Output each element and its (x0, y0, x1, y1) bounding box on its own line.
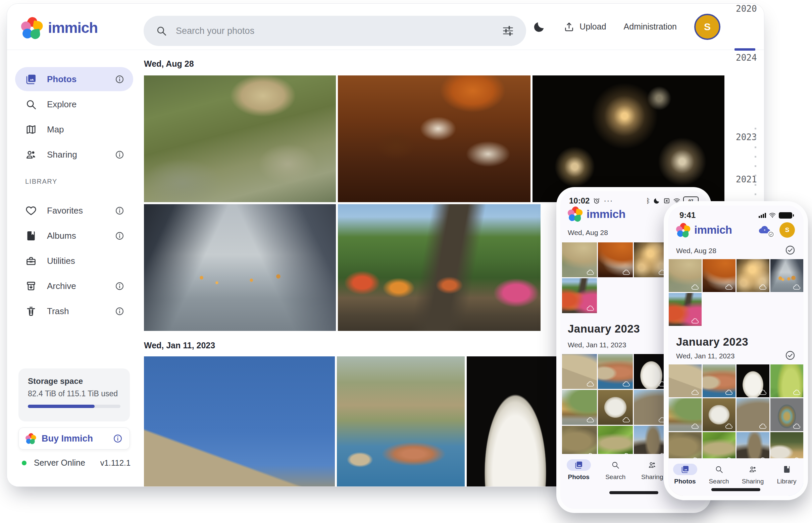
photo-thumbnail[interactable] (598, 354, 633, 389)
immich-logo: immich (676, 223, 732, 237)
info-icon[interactable] (115, 231, 124, 241)
photo-thumbnail[interactable] (144, 204, 336, 331)
nav-icon (715, 465, 723, 474)
immich-flower-icon (568, 206, 583, 221)
sidebar-item-icon (25, 149, 37, 161)
photo-thumbnail[interactable] (771, 364, 803, 397)
photo-thumbnail[interactable] (771, 259, 803, 292)
info-icon[interactable] (115, 281, 124, 291)
photo-thumbnail[interactable] (703, 259, 736, 292)
info-icon[interactable] (115, 206, 124, 216)
cloud-backup-icon (759, 423, 767, 429)
search-bar[interactable] (144, 16, 526, 46)
sidebar-item-label: Map (47, 124, 124, 135)
sidebar-item[interactable]: Favorites (15, 198, 133, 222)
brand-wordmark: immich (587, 208, 625, 221)
photo-thumbnail[interactable] (598, 390, 633, 425)
bottom-nav-item[interactable]: Search (597, 459, 634, 481)
photo-thumbnail[interactable] (144, 75, 336, 202)
dark-mode-toggle-icon[interactable] (533, 20, 546, 34)
nav-icon (611, 461, 620, 469)
photo-thumbnail[interactable] (669, 293, 702, 326)
sidebar-item-icon (25, 305, 37, 317)
sidebar-item-icon (25, 205, 37, 217)
sidebar-item[interactable]: Trash (15, 299, 133, 323)
user-avatar[interactable]: S (779, 222, 795, 238)
server-version: v1.112.1 (100, 458, 131, 468)
photo-thumbnail[interactable] (562, 354, 597, 389)
photo-thumbnail[interactable] (338, 75, 531, 202)
sidebar-item[interactable]: Explore (15, 92, 133, 116)
nav-icon (748, 465, 757, 474)
status-time: 9:41 (679, 211, 695, 220)
sidebar-item[interactable]: Photos (15, 67, 133, 91)
info-icon[interactable] (113, 433, 123, 444)
scrubber-handle[interactable] (735, 48, 755, 51)
server-online-dot (22, 461, 27, 465)
photo-thumbnail[interactable] (338, 204, 540, 331)
bottom-nav-item[interactable]: Sharing (736, 464, 770, 485)
sidebar-item[interactable]: Utilities (15, 249, 133, 273)
photo-thumbnail[interactable] (669, 259, 702, 292)
photo-thumbnail[interactable] (467, 356, 564, 487)
photo-thumbnail[interactable] (703, 364, 736, 397)
photo-thumbnail[interactable] (737, 364, 770, 397)
home-indicator[interactable] (609, 491, 658, 494)
sidebar-item[interactable]: Archive (15, 274, 133, 298)
battery-icon (779, 212, 792, 219)
user-avatar[interactable]: S (694, 14, 720, 40)
photo-thumbnail[interactable] (669, 364, 702, 397)
administration-link[interactable]: Administration (624, 22, 677, 32)
server-status-label: Server Online (34, 458, 93, 468)
info-icon[interactable] (115, 74, 124, 84)
status-bar: 9:41 (668, 210, 804, 220)
select-all-check-icon[interactable] (785, 350, 796, 361)
nav-label: Photos (568, 473, 589, 481)
nav-pill (707, 464, 731, 475)
photo-thumbnail[interactable] (737, 398, 770, 431)
photo-thumbnail[interactable] (337, 356, 465, 487)
immich-logo[interactable]: immich (21, 17, 98, 39)
photo-thumbnail[interactable] (562, 278, 597, 313)
info-icon[interactable] (115, 306, 124, 316)
bottom-nav-item[interactable]: Search (702, 464, 736, 485)
sidebar-item[interactable]: Albums (15, 223, 133, 248)
nav-label: Sharing (641, 473, 663, 481)
immich-flower-icon (25, 433, 36, 444)
overflow-dots: ··· (604, 196, 613, 205)
nav-icon (681, 465, 690, 474)
photo-thumbnail[interactable] (669, 398, 702, 431)
photo-thumbnail[interactable] (562, 242, 597, 277)
bottom-nav-item[interactable]: Photos (668, 464, 702, 485)
sidebar-item[interactable]: Map (15, 118, 133, 142)
date-group-header: Wed, Aug 28 (568, 229, 608, 237)
home-indicator[interactable] (711, 488, 760, 491)
cloud-backup-icon (622, 381, 630, 387)
bottom-nav-item[interactable]: Photos (560, 459, 597, 481)
photo-thumbnail[interactable] (737, 259, 770, 292)
select-all-check-icon[interactable] (785, 245, 796, 255)
storage-title: Storage space (28, 377, 83, 386)
sidebar-item-icon (25, 280, 37, 292)
cloud-backup-icon (793, 284, 801, 290)
buy-immich-button[interactable]: Buy Immich (18, 428, 130, 450)
search-input[interactable] (175, 25, 494, 37)
cloud-backup-icon (622, 417, 630, 423)
backup-sync-icon[interactable] (757, 223, 772, 237)
photo-thumbnail[interactable] (144, 356, 335, 487)
photo-thumbnail[interactable] (598, 242, 633, 277)
photo-thumbnail[interactable] (703, 398, 736, 431)
dnd-moon-icon (653, 197, 660, 204)
upload-button[interactable]: Upload (563, 21, 606, 33)
sidebar-nav: Photos Explore Map (15, 67, 133, 167)
photo-thumbnail[interactable] (533, 75, 724, 202)
month-header: January 2023 (568, 323, 640, 335)
cloud-backup-icon (793, 423, 801, 429)
photo-thumbnail[interactable] (562, 390, 597, 425)
search-filter-icon[interactable] (502, 25, 514, 37)
photo-thumbnail[interactable] (771, 398, 803, 431)
info-icon[interactable] (115, 150, 124, 160)
sidebar-item[interactable]: Sharing (15, 143, 133, 167)
sync-done-check-icon (767, 231, 775, 238)
bottom-nav-item[interactable]: Library (770, 464, 804, 485)
